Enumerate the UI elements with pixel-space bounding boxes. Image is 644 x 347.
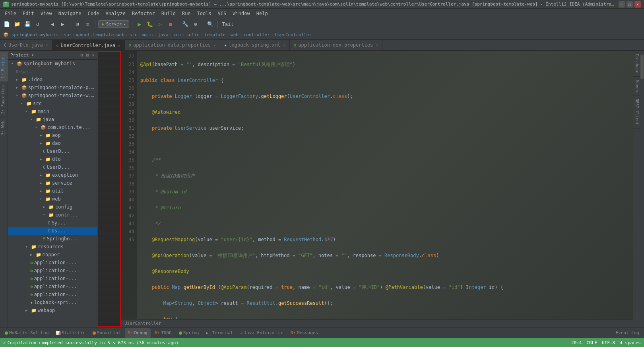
tab-debug[interactable]: S: Debug <box>125 328 151 338</box>
tab-statistic[interactable]: 📊 Statistic <box>52 328 89 338</box>
cursor-position[interactable]: 20:4 <box>571 340 582 345</box>
tree-item-app3[interactable]: ⚙ application-... <box>8 275 97 283</box>
menu-build[interactable]: Build <box>158 10 179 17</box>
tree-item-module-w[interactable]: ▾ 📦 springboot-template-w... <box>8 92 97 99</box>
stop-button[interactable]: ■ <box>166 20 175 29</box>
breadcrumb-root[interactable]: 📦 springboot-mybatis <box>3 32 59 37</box>
tab-appdev[interactable]: ⚙ application-dev.properties ✕ <box>290 40 382 51</box>
breadcrumb-src[interactable]: src <box>129 32 137 37</box>
tab-logback-close[interactable]: ✕ <box>283 43 285 47</box>
menu-window[interactable]: Window <box>229 10 253 17</box>
menu-code[interactable]: Code <box>85 10 103 17</box>
breadcrumb-controller[interactable]: controller <box>244 32 270 37</box>
line-ending[interactable]: CRLF <box>586 340 597 345</box>
tab-logback[interactable]: ✦ logback-spring.xml ✕ <box>220 40 290 51</box>
tab-web[interactable]: 3: Web <box>0 117 8 138</box>
tree-item-mapper[interactable]: ▶ 📁 mapper <box>8 251 97 259</box>
structure-button[interactable]: ≡ <box>83 20 92 29</box>
sidebar-settings-icon[interactable]: ⚙ <box>80 53 83 58</box>
tree-item-userd-dto[interactable]: C UserD... <box>8 163 97 171</box>
menu-tools[interactable]: Tools <box>194 10 215 17</box>
menu-edit[interactable]: Edit <box>19 10 37 17</box>
breadcrumb-file[interactable]: UserController <box>275 32 312 37</box>
breadcrumb-module[interactable]: springboot-template-web <box>64 32 124 37</box>
tree-item-service[interactable]: ▶ 📁 service <box>8 179 97 187</box>
tab-userdto[interactable]: C UserDto.java ✕ <box>0 40 52 51</box>
open-button[interactable]: 📁 <box>13 20 21 29</box>
tab-spring[interactable]: Spring <box>176 328 202 338</box>
settings-button[interactable]: ⚙ <box>191 20 200 29</box>
tree-item-app1[interactable]: ⚙ application-... <box>8 259 97 267</box>
save-button[interactable]: 💾 <box>23 20 32 29</box>
tree-item-dto[interactable]: ▶ 📁 dto <box>8 155 97 163</box>
tab-project[interactable]: 1: Project <box>0 51 8 82</box>
tab-appdata[interactable]: ⚙ application-data.properties ✕ <box>125 40 220 51</box>
tree-item-resources[interactable]: ▾ 📁 resources <box>8 243 97 251</box>
forward-button[interactable]: ▶ <box>58 20 67 29</box>
tree-item-root[interactable]: ▾ 📦 springboot-mybatis <box>8 60 97 68</box>
tab-maven[interactable]: Maven <box>633 77 640 96</box>
vertical-scrollbar[interactable] <box>640 51 644 327</box>
tab-appdata-close[interactable]: ✕ <box>213 43 216 47</box>
breadcrumb-main[interactable]: main <box>142 32 153 37</box>
tree-item-app4[interactable]: ⚙ application-... <box>8 283 97 290</box>
new-file-button[interactable]: 📄 <box>2 20 11 29</box>
indent-settings[interactable]: 4 spaces <box>620 340 641 345</box>
maximize-button[interactable]: □ <box>627 1 633 8</box>
tree-item-dao[interactable]: ▶ 📁 dao <box>8 139 97 147</box>
breadcrumb-java[interactable]: java <box>158 32 169 37</box>
tab-usercontroller[interactable]: C UserController.java ✕ <box>52 40 125 51</box>
tree-item-main[interactable]: ▾ 📁 main <box>8 107 97 115</box>
view-toggle-button[interactable]: ⊞ <box>73 20 82 29</box>
menu-navigate[interactable]: Navigate <box>55 10 85 17</box>
tab-favorites[interactable]: 2: Favorites <box>0 82 8 117</box>
server-selector[interactable]: ▶ Server ▾ <box>98 20 129 28</box>
sdk-button[interactable]: 🔧 <box>181 20 190 29</box>
tree-item-src[interactable]: ▾ 📁 src <box>8 99 97 107</box>
tree-item-java[interactable]: ▾ 📁 java <box>8 115 97 123</box>
sidebar-close-icon[interactable]: ✕ <box>92 53 95 58</box>
tree-item-config[interactable]: ▶ 📁 config <box>8 203 97 211</box>
menu-refactor[interactable]: Refactor <box>129 10 158 17</box>
file-encoding[interactable]: UTF-8 <box>602 340 615 345</box>
tab-todo[interactable]: 6: TODO <box>151 328 175 338</box>
menu-analyze[interactable]: Analyze <box>102 10 129 17</box>
tree-item-app2[interactable]: ⚙ application-... <box>8 267 97 275</box>
tree-item-app5[interactable]: ⚙ application-... <box>8 290 97 298</box>
tree-item-webapp[interactable]: ▶ 📁 webapp <box>8 306 97 314</box>
search-everywhere-button[interactable]: 🔍 <box>206 20 215 29</box>
tree-item-util[interactable]: ▶ 📁 util <box>8 187 97 195</box>
tab-java-enterprise[interactable]: ☕ Java Enterprise <box>237 328 286 338</box>
menu-run[interactable]: Run <box>179 10 194 17</box>
tree-item-web[interactable]: ▾ 📁 web <box>8 195 97 203</box>
breadcrumb-com[interactable]: com <box>173 32 181 37</box>
run-button[interactable]: ▶ <box>135 20 144 29</box>
menu-help[interactable]: Help <box>253 10 271 17</box>
tree-item-package[interactable]: ▾ 📦 com.solin.te... <box>8 123 97 131</box>
tab-appdev-close[interactable]: ✕ <box>376 43 378 47</box>
tree-item-exception[interactable]: ▶ 📁 exception <box>8 171 97 179</box>
tab-database[interactable]: Database <box>633 51 640 77</box>
tab-mybatis-sql-log[interactable]: MyBatis Sql Log <box>2 328 52 338</box>
tab-sonarlint[interactable]: SonarLint <box>89 328 124 338</box>
tab-rest-client[interactable]: REST Client <box>633 96 640 129</box>
tree-item-logback[interactable]: ✦ logback-spri... <box>8 298 97 306</box>
debug-button[interactable]: 🐛 <box>145 20 154 29</box>
tree-item-springbo[interactable]: S Springbo... <box>8 235 97 243</box>
tab-userdto-close[interactable]: ✕ <box>46 43 48 47</box>
tree-item-module-p[interactable]: ▶ 📦 springboot-template-p... <box>8 84 97 92</box>
back-button[interactable]: ◀ <box>48 20 57 29</box>
tree-item-controller-folder[interactable]: ▾ 📁 contr... <box>8 211 97 219</box>
sidebar-layout-icon[interactable]: ⊞ <box>86 53 89 58</box>
code-editor[interactable]: 22 23 24 25 26 27 28 29 30 31 32 33 34 3… <box>121 51 633 319</box>
sync-button[interactable]: ↺ <box>33 20 42 29</box>
menu-view[interactable]: View <box>37 10 55 17</box>
run-with-coverage-button[interactable]: ▷ <box>156 20 165 29</box>
tree-item-idea[interactable]: ▶ 📁 .idea <box>8 76 97 84</box>
tree-item-userd-dao[interactable]: C UserD... <box>8 147 97 155</box>
tree-item-sy[interactable]: C Sy... <box>8 219 97 227</box>
tab-usercontroller-close[interactable]: ✕ <box>118 43 120 48</box>
close-button[interactable]: ✕ <box>634 1 641 8</box>
tree-item-us-controller[interactable]: C Us... <box>8 227 97 235</box>
menu-vcs[interactable]: VCS <box>215 10 230 17</box>
